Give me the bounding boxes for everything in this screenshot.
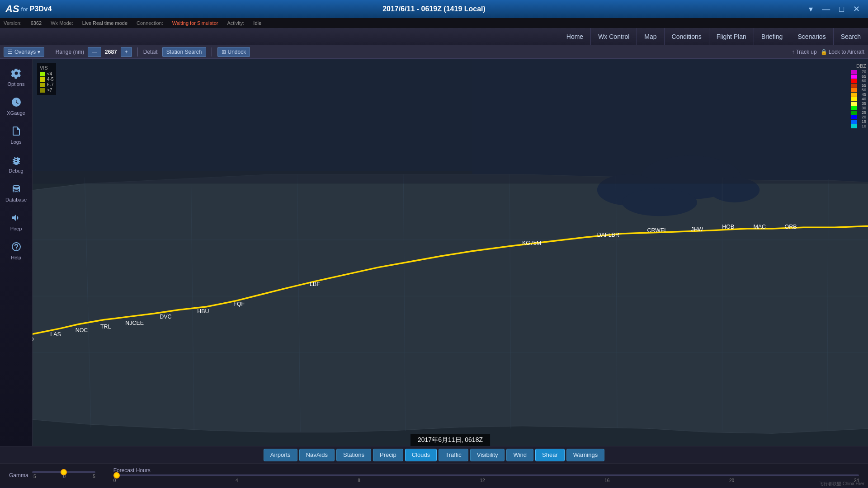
overlays-label: Overlays ▾ <box>14 49 40 55</box>
nav-item-scenarios[interactable]: Scenarios <box>790 28 833 45</box>
gamma-slider[interactable]: -5 0 5 <box>32 471 95 479</box>
svg-text:NOC: NOC <box>75 327 88 333</box>
forecast-slider[interactable] <box>113 474 859 476</box>
sidebar-options-label: Options <box>8 81 25 87</box>
track-up-button[interactable]: ↑ Track up <box>792 49 816 55</box>
logo-p3d: P3Dv4 <box>30 5 52 13</box>
vis-color-0 <box>40 72 45 76</box>
close-button[interactable]: ✕ <box>850 4 863 14</box>
vis-label-1: 4-5 <box>47 77 53 82</box>
sidebar-xgauge-label: XGauge <box>7 110 25 116</box>
app-logo: AS for P3Dv4 <box>5 3 52 15</box>
map-button-wind[interactable]: Wind <box>506 449 533 461</box>
svg-text:ORB: ORB <box>785 224 797 230</box>
range-plus-button[interactable]: + <box>121 47 132 57</box>
map-button-traffic[interactable]: Traffic <box>439 449 468 461</box>
connection-label: Connection: <box>137 20 163 26</box>
dbz-scale: 70 65 60 55 50 45 40 35 30 25 20 15 10 <box>851 70 866 128</box>
gear-icon <box>10 67 23 80</box>
vis-row-1: 4-5 <box>40 77 53 82</box>
sidebar-item-database[interactable]: Database <box>3 179 30 206</box>
map-area[interactable]: KBAD FSO TSO LAS NOC TRL NJCEE DVC HBU F… <box>33 59 868 446</box>
range-minus-button[interactable]: — <box>88 47 101 57</box>
undock-button[interactable]: ⊞ Undock <box>217 47 250 57</box>
dbz-title: DBZ <box>856 63 866 69</box>
vis-row-3: >7 <box>40 88 53 93</box>
gamma-label: Gamma <box>9 472 28 479</box>
sidebar: Options XGauge Logs Debug Database <box>0 59 33 446</box>
map-button-clouds[interactable]: Clouds <box>405 449 437 461</box>
menu-icon[interactable]: ▾ <box>806 4 816 14</box>
toolbar-right: ↑ Track up 🔒 Lock to Aircraft <box>792 49 864 55</box>
undock-icon: ⊞ <box>222 49 226 55</box>
map-button-precip[interactable]: Precip <box>373 449 403 461</box>
bug-icon <box>10 154 23 166</box>
lock-label: Lock to Aircraft <box>829 49 864 55</box>
map-button-shear[interactable]: Shear <box>535 449 565 461</box>
svg-text:TSO: TSO <box>33 336 34 343</box>
vis-title: VIS <box>40 65 53 70</box>
sidebar-item-pirep[interactable]: Pirep <box>3 208 30 235</box>
bottom-controls: Gamma -5 0 5 Forecast Hours 0 4 8 12 16 … <box>0 463 868 487</box>
sidebar-help-label: Help <box>11 255 21 260</box>
sidebar-logs-label: Logs <box>11 139 22 145</box>
map-button-visibility[interactable]: Visibility <box>470 449 505 461</box>
range-value: 2687 <box>105 49 117 55</box>
map-button-stations[interactable]: Stations <box>336 449 371 461</box>
minimize-button[interactable]: — <box>819 5 833 14</box>
question-icon <box>10 240 23 253</box>
version-value: 6362 <box>31 20 42 26</box>
sidebar-item-debug[interactable]: Debug <box>3 150 30 177</box>
wxmode-value: Live Real time mode <box>82 20 127 26</box>
activity-value: Idle <box>253 20 261 26</box>
svg-text:LBF: LBF <box>310 281 320 287</box>
map-button-warnings[interactable]: Warnings <box>566 449 604 461</box>
forecast-section: Forecast Hours 0 4 8 12 16 20 24 <box>113 467 859 483</box>
nav-bar: HomeWx ControlMapConditionsFlight PlanBr… <box>0 28 868 45</box>
sidebar-item-options[interactable]: Options <box>3 63 30 90</box>
bottom-buttons: AirportsNavAidsStationsPrecipCloudsTraff… <box>0 446 868 463</box>
svg-text:FQF: FQF <box>233 301 245 307</box>
lock-aircraft-button[interactable]: 🔒 Lock to Aircraft <box>821 49 864 55</box>
vis-label-0: <4 <box>47 71 52 76</box>
svg-text:NJCEE: NJCEE <box>125 320 144 326</box>
svg-text:CRWEL: CRWEL <box>647 227 667 234</box>
forecast-marks: 0 4 8 12 16 20 24 <box>113 478 859 483</box>
sidebar-item-help[interactable]: Help <box>3 237 30 264</box>
vis-color-2 <box>40 83 45 87</box>
window-controls[interactable]: ▾ — □ ✕ <box>806 4 863 14</box>
sidebar-database-label: Database <box>5 197 27 202</box>
nav-item-home[interactable]: Home <box>559 28 590 45</box>
activity-label: Activity: <box>227 20 244 26</box>
nav-item-conditions[interactable]: Conditions <box>664 28 709 45</box>
document-icon <box>10 125 23 137</box>
speaker-icon <box>10 211 23 224</box>
date-overlay: 2017年6月11日, 0618Z <box>410 434 490 446</box>
detail-value-button[interactable]: Station Search <box>162 47 206 57</box>
gauge-icon <box>10 96 23 108</box>
overlays-button[interactable]: ☰ Overlays ▾ <box>4 47 44 57</box>
nav-item-wx-control[interactable]: Wx Control <box>590 28 637 45</box>
window-title: 2017/6/11 - 0619Z (1419 Local) <box>382 5 486 13</box>
separator-3 <box>212 47 212 56</box>
sidebar-item-logs[interactable]: Logs <box>3 121 30 148</box>
vis-color-1 <box>40 77 45 82</box>
map-button-airports[interactable]: Airports <box>264 449 297 461</box>
nav-item-search[interactable]: Search <box>833 28 868 45</box>
nav-item-briefing[interactable]: Briefing <box>754 28 790 45</box>
map-button-navaids[interactable]: NavAids <box>299 449 335 461</box>
svg-text:HBU: HBU <box>197 308 209 314</box>
toolbar: ☰ Overlays ▾ Range (nm) — 2687 + Detail:… <box>0 45 868 59</box>
vis-color-3 <box>40 88 45 93</box>
nav-item-flight-plan[interactable]: Flight Plan <box>709 28 754 45</box>
nav-item-map[interactable]: Map <box>637 28 664 45</box>
maximize-button[interactable]: □ <box>836 5 847 14</box>
watermark: 飞行者联盟 China Flier <box>819 481 864 487</box>
vis-legend: VIS <4 4-5 6-7 >7 <box>37 63 56 95</box>
svg-text:HOB: HOB <box>722 224 734 230</box>
sidebar-item-xgauge[interactable]: XGauge <box>3 92 30 119</box>
status-bar: Version: 6362 Wx Mode: Live Real time mo… <box>0 18 868 28</box>
title-bar: AS for P3Dv4 2017/6/11 - 0619Z (1419 Loc… <box>0 0 868 18</box>
track-up-icon: ↑ <box>792 49 794 55</box>
svg-point-6 <box>622 189 697 216</box>
